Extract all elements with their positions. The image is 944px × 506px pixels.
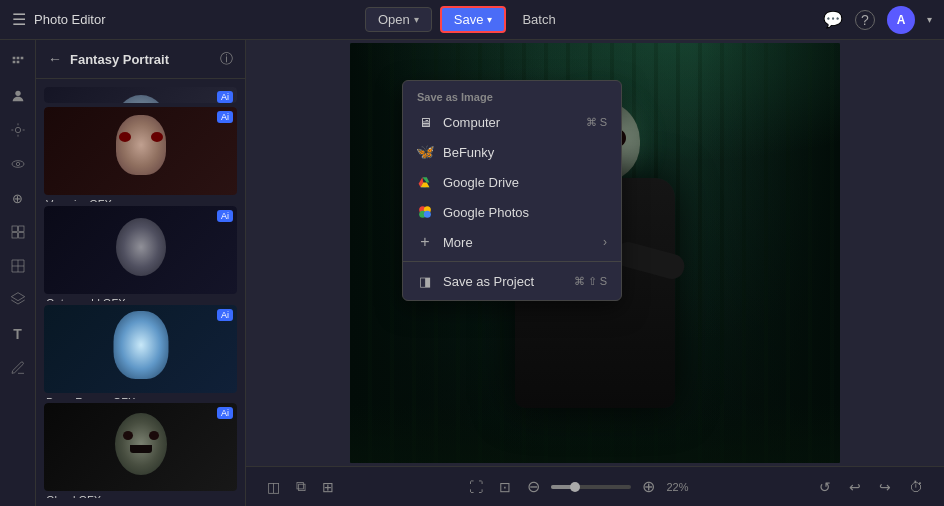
panel-info-icon[interactable]: ⓘ <box>220 50 233 68</box>
refresh-icon[interactable]: ↺ <box>814 476 836 498</box>
sidebar-icon-eye[interactable] <box>4 150 32 178</box>
vampire-label: Vampire GFX <box>44 195 237 202</box>
save-project-item[interactable]: ◨ Save as Project ⌘ ⇧ S <box>403 266 621 296</box>
save-button[interactable]: Save ▾ <box>440 6 507 33</box>
save-befunky-item[interactable]: 🦋 BeFunky <box>403 137 621 167</box>
panel-title: Fantasy Portrait <box>70 52 212 67</box>
redo-icon[interactable]: ↪ <box>874 476 896 498</box>
sidebar-icon-adjust[interactable]: ⊕ <box>4 184 32 212</box>
batch-button[interactable]: Batch <box>514 8 563 31</box>
dropdown-header: Save as Image <box>403 85 621 107</box>
sidebar-icon-select[interactable] <box>4 48 32 76</box>
more-arrow-icon: › <box>603 235 607 249</box>
svg-point-4 <box>15 91 20 96</box>
vampire-badge: Ai <box>217 111 233 123</box>
sidebar-icon-shapes[interactable] <box>4 218 32 246</box>
sidebar-icon-effects[interactable] <box>4 116 32 144</box>
thumbnail-list: Ai Specter GFX Ai Vampire GFX <box>36 79 245 506</box>
ghoul-label: Ghoul GFX <box>44 491 237 498</box>
save-computer-item[interactable]: 🖥 Computer ⌘ S <box>403 107 621 137</box>
svg-point-5 <box>15 127 20 132</box>
bottom-left: ◫ ⧉ ⊞ <box>262 475 339 498</box>
sidebar-icon-collage[interactable] <box>4 252 32 280</box>
panel: ← Fantasy Portrait ⓘ Ai Specter GFX <box>36 40 246 506</box>
bottom-center: ⛶ ⊡ ⊖ ⊕ 22% <box>347 474 806 499</box>
zoom-percent: 22% <box>666 481 688 493</box>
svg-rect-8 <box>12 226 17 231</box>
specter-badge: Ai <box>217 91 233 103</box>
save-project-label: Save as Project <box>443 274 564 289</box>
googlephotos-label: Google Photos <box>443 205 607 220</box>
thumbnail-outerworld[interactable]: Ai Outerworld GFX <box>44 206 237 301</box>
googledrive-icon <box>417 174 433 190</box>
panel-back-icon[interactable]: ← <box>48 51 62 67</box>
save-more-item[interactable]: + More › <box>403 227 621 257</box>
topbar-left: ☰ Photo Editor <box>12 10 106 29</box>
panel-header: ← Fantasy Portrait ⓘ <box>36 40 245 79</box>
save-chevron-icon: ▾ <box>487 14 492 25</box>
computer-label: Computer <box>443 115 576 130</box>
svg-rect-9 <box>18 226 23 231</box>
bottom-right: ↺ ↩ ↪ ⏱ <box>814 476 928 498</box>
topbar-center: Open ▾ Save ▾ Batch <box>118 6 811 33</box>
fullscreen-icon[interactable]: ⛶ <box>464 476 488 498</box>
befunky-icon: 🦋 <box>417 144 433 160</box>
sidebar-icon-layers[interactable] <box>4 286 32 314</box>
more-label: More <box>443 235 593 250</box>
layers-bottom-icon[interactable]: ◫ <box>262 476 285 498</box>
icon-sidebar: ⊕ T <box>0 40 36 506</box>
outerworld-label: Outerworld GFX <box>44 294 237 301</box>
computer-icon: 🖥 <box>417 114 433 130</box>
svg-point-7 <box>16 162 19 165</box>
save-dropdown: Save as Image 🖥 Computer ⌘ S 🦋 BeFunky G… <box>402 80 622 301</box>
topbar-right: 💬 ? A ▾ <box>823 6 932 34</box>
chat-icon[interactable]: 💬 <box>823 10 843 29</box>
project-shortcut: ⌘ ⇧ S <box>574 275 607 288</box>
sidebar-icon-draw[interactable] <box>4 354 32 382</box>
thumbnail-specter[interactable]: Ai Specter GFX <box>44 87 237 103</box>
open-chevron-icon: ▾ <box>414 14 419 25</box>
thumbnail-deepfreeze[interactable]: Ai Deep Freeze GFX <box>44 305 237 400</box>
svg-rect-10 <box>12 233 17 238</box>
sidebar-icon-person[interactable] <box>4 82 32 110</box>
history-icon[interactable]: ⏱ <box>904 476 928 498</box>
thumbnail-vampire[interactable]: Ai Vampire GFX <box>44 107 237 202</box>
outerworld-badge: Ai <box>217 210 233 222</box>
grid-icon[interactable]: ⊞ <box>317 476 339 498</box>
deepfreeze-label: Deep Freeze GFX <box>44 393 237 400</box>
thumbnail-ghoul[interactable]: Ai Ghoul GFX <box>44 403 237 498</box>
project-icon: ◨ <box>417 273 433 289</box>
undo-icon[interactable]: ↩ <box>844 476 866 498</box>
save-googledrive-item[interactable]: Google Drive <box>403 167 621 197</box>
googledrive-label: Google Drive <box>443 175 607 190</box>
topbar: ☰ Photo Editor Open ▾ Save ▾ Batch 💬 ? A… <box>0 0 944 40</box>
svg-point-3 <box>424 211 431 218</box>
deepfreeze-badge: Ai <box>217 309 233 321</box>
avatar[interactable]: A <box>887 6 915 34</box>
sidebar-icon-text[interactable]: T <box>4 320 32 348</box>
computer-shortcut: ⌘ S <box>586 116 607 129</box>
zoom-out-icon[interactable]: ⊖ <box>522 474 545 499</box>
zoom-slider[interactable] <box>551 485 631 489</box>
svg-point-6 <box>12 161 24 168</box>
zoom-in-icon[interactable]: ⊕ <box>637 474 660 499</box>
bottom-bar: ◫ ⧉ ⊞ ⛶ ⊡ ⊖ ⊕ 22% ↺ ↩ ↪ ⏱ <box>246 466 944 506</box>
crop-icon[interactable]: ⊡ <box>494 476 516 498</box>
save-googlephotos-item[interactable]: Google Photos <box>403 197 621 227</box>
befunky-label: BeFunky <box>443 145 607 160</box>
dropdown-divider <box>403 261 621 262</box>
ghoul-badge: Ai <box>217 407 233 419</box>
svg-rect-11 <box>18 233 23 238</box>
avatar-chevron-icon: ▾ <box>927 14 932 25</box>
open-button[interactable]: Open ▾ <box>365 7 432 32</box>
menu-icon[interactable]: ☰ <box>12 10 26 29</box>
app-title: Photo Editor <box>34 12 106 27</box>
more-plus-icon: + <box>417 234 433 250</box>
help-icon[interactable]: ? <box>855 10 875 30</box>
googlephotos-icon <box>417 204 433 220</box>
compare-icon[interactable]: ⧉ <box>291 475 311 498</box>
